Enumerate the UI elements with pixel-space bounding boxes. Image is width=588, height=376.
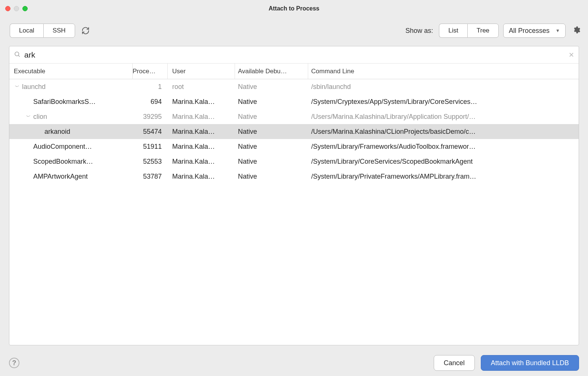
svg-line-1 xyxy=(18,55,19,56)
cell-user: Marina.Kala… xyxy=(168,98,235,106)
cell-executable: ScopedBookmark… xyxy=(9,158,133,166)
cell-cmdline: /System/Library/Frameworks/AudioToolbox.… xyxy=(308,143,579,151)
zoom-window-button[interactable] xyxy=(22,6,28,11)
chevron-down-icon: ▼ xyxy=(555,28,560,33)
cell-cmdline: /System/Library/PrivateFrameworks/AMPLib… xyxy=(308,173,579,181)
cell-cmdline: /Users/Marina.Kalashina/CLionProjects/ba… xyxy=(308,128,579,136)
cell-pid: 694 xyxy=(133,98,168,106)
help-button[interactable]: ? xyxy=(9,358,19,368)
search-bar: ✕ xyxy=(9,46,579,64)
cell-executable: ﹀clion xyxy=(9,113,133,121)
cell-executable: AMPArtworkAgent xyxy=(9,173,133,181)
cell-cmdline: /sbin/launchd xyxy=(308,83,579,91)
ssh-tab[interactable]: SSH xyxy=(43,24,75,38)
cell-user: Marina.Kala… xyxy=(168,158,235,166)
cell-debugger: Native xyxy=(235,128,308,136)
col-executable[interactable]: Executable xyxy=(9,64,133,79)
col-user[interactable]: User xyxy=(168,64,235,79)
process-panel: ✕ Executable Proce… User Available Debu…… xyxy=(9,46,579,345)
table-row[interactable]: SafariBookmarksS…694Marina.Kala…Native/S… xyxy=(9,94,579,109)
cancel-button[interactable]: Cancel xyxy=(434,355,475,371)
process-name: SafariBookmarksS… xyxy=(33,98,96,106)
cell-executable: SafariBookmarksS… xyxy=(9,98,133,106)
cell-debugger: Native xyxy=(235,143,308,151)
process-name: AudioComponent… xyxy=(33,143,92,151)
table-row[interactable]: AudioComponent…51911Marina.Kala…Native/S… xyxy=(9,139,579,154)
table-row[interactable]: ﹀launchd1rootNative/sbin/launchd xyxy=(9,79,579,94)
cell-executable: ﹀launchd xyxy=(9,83,133,91)
cell-debugger: Native xyxy=(235,83,308,91)
cell-pid: 39295 xyxy=(133,113,168,121)
attach-button[interactable]: Attach with Bundled LLDB xyxy=(481,355,579,371)
window-title: Attach to Process xyxy=(0,5,588,12)
cell-debugger: Native xyxy=(235,173,308,181)
attach-to-process-dialog: Attach to Process Local SSH Show as: Lis… xyxy=(0,0,588,376)
cell-pid: 1 xyxy=(133,83,168,91)
process-name: arkanoid xyxy=(44,128,70,136)
disclosure-triangle-icon[interactable]: ﹀ xyxy=(25,114,32,120)
titlebar: Attach to Process xyxy=(0,0,588,17)
tree-view-tab[interactable]: Tree xyxy=(467,24,499,38)
minimize-window-button xyxy=(14,6,19,11)
process-name: ScopedBookmark… xyxy=(33,158,93,166)
cell-user: Marina.Kala… xyxy=(168,143,235,151)
table-row[interactable]: arkanoid55474Marina.Kala…Native/Users/Ma… xyxy=(9,124,579,139)
cell-debugger: Native xyxy=(235,158,308,166)
close-window-button[interactable] xyxy=(5,6,10,11)
view-segment: List Tree xyxy=(439,24,499,38)
cell-user: Marina.Kala… xyxy=(168,128,235,136)
table-row[interactable]: AMPArtworkAgent53787Marina.Kala…Native/S… xyxy=(9,169,579,184)
window-controls xyxy=(5,6,28,11)
show-as-label: Show as: xyxy=(405,27,433,35)
cell-pid: 55474 xyxy=(133,128,168,136)
search-icon xyxy=(14,51,21,59)
disclosure-triangle-icon[interactable]: ﹀ xyxy=(14,84,21,90)
cell-user: Marina.Kala… xyxy=(168,113,235,121)
cell-pid: 52553 xyxy=(133,158,168,166)
refresh-icon xyxy=(81,27,90,35)
cell-executable: AudioComponent… xyxy=(9,143,133,151)
col-debuggers[interactable]: Available Debu… xyxy=(235,64,308,79)
cell-cmdline: /Users/Marina.Kalashina/Library/Applicat… xyxy=(308,113,579,121)
cell-executable: arkanoid xyxy=(9,128,133,136)
refresh-button[interactable] xyxy=(80,25,92,37)
cell-cmdline: /System/Cryptexes/App/System/Library/Cor… xyxy=(308,98,579,106)
process-filter-label: All Processes xyxy=(509,27,550,35)
cell-user: Marina.Kala… xyxy=(168,173,235,181)
connection-segment: Local SSH xyxy=(10,24,75,38)
local-tab[interactable]: Local xyxy=(10,24,43,38)
process-name: AMPArtworkAgent xyxy=(33,173,88,181)
process-name: launchd xyxy=(22,83,46,91)
table-row[interactable]: ScopedBookmark…52553Marina.Kala…Native/S… xyxy=(9,154,579,169)
settings-button[interactable] xyxy=(572,26,581,36)
toolbar: Local SSH Show as: List Tree All Process… xyxy=(0,17,588,44)
cell-user: root xyxy=(168,83,235,91)
svg-point-0 xyxy=(15,52,19,56)
cell-pid: 53787 xyxy=(133,173,168,181)
process-filter-dropdown[interactable]: All Processes ▼ xyxy=(503,24,566,38)
gear-icon xyxy=(572,26,581,34)
cell-debugger: Native xyxy=(235,98,308,106)
search-input[interactable] xyxy=(24,50,565,59)
col-pid[interactable]: Proce… xyxy=(133,64,168,79)
process-table-body: ﹀launchd1rootNative/sbin/launchdSafariBo… xyxy=(9,79,579,345)
dialog-footer: ? Cancel Attach with Bundled LLDB xyxy=(0,351,588,376)
cell-cmdline: /System/Library/CoreServices/ScopedBookm… xyxy=(308,158,579,166)
table-header: Executable Proce… User Available Debu… C… xyxy=(9,64,579,79)
table-row[interactable]: ﹀clion39295Marina.Kala…Native/Users/Mari… xyxy=(9,109,579,124)
col-cmd[interactable]: Command Line xyxy=(308,64,579,79)
clear-search-button[interactable]: ✕ xyxy=(569,51,574,59)
list-view-tab[interactable]: List xyxy=(439,24,467,38)
cell-pid: 51911 xyxy=(133,143,168,151)
process-name: clion xyxy=(33,113,47,121)
cell-debugger: Native xyxy=(235,113,308,121)
